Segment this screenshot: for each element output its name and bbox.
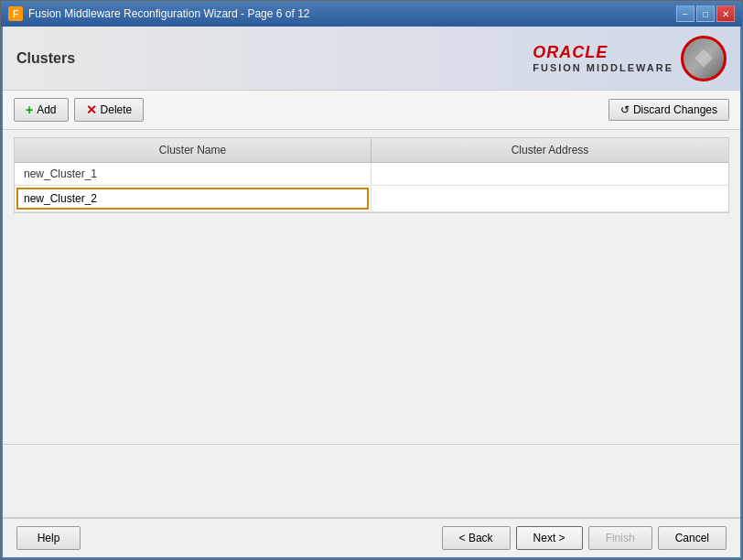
- title-buttons: − □ ✕: [676, 5, 735, 22]
- empty-space: [3, 221, 740, 444]
- oracle-logo: ORACLE FUSION MIDDLEWARE: [533, 36, 727, 81]
- oracle-icon: [681, 36, 727, 81]
- oracle-text: ORACLE: [533, 43, 673, 62]
- oracle-logo-top: ORACLE FUSION MIDDLEWARE: [533, 36, 727, 81]
- discard-icon: ↺: [620, 103, 630, 116]
- page-header: Clusters ORACLE FUSION MIDDLEWARE: [3, 27, 740, 91]
- cluster-address-cell-1: [372, 163, 728, 185]
- lower-area: [3, 444, 740, 517]
- table-row[interactable]: [15, 186, 728, 212]
- table-row[interactable]: new_Cluster_1: [15, 163, 728, 186]
- finish-button[interactable]: Finish: [588, 526, 652, 550]
- discard-changes-button[interactable]: ↺ Discard Changes: [608, 99, 729, 121]
- add-label: Add: [37, 103, 56, 116]
- close-button[interactable]: ✕: [716, 5, 735, 22]
- column-header-name: Cluster Name: [15, 138, 372, 162]
- footer: Help < Back Next > Finish Cancel: [3, 517, 740, 557]
- delete-icon: ✕: [86, 102, 97, 117]
- title-bar-left: F Fusion Middleware Reconfiguration Wiza…: [8, 6, 310, 21]
- oracle-brand-area: ORACLE FUSION MIDDLEWARE: [533, 43, 673, 73]
- cluster-name-cell-1: new_Cluster_1: [15, 163, 372, 185]
- toolbar-left: + Add ✕ Delete: [14, 98, 144, 122]
- cancel-button[interactable]: Cancel: [658, 526, 727, 550]
- column-header-address: Cluster Address: [372, 138, 728, 162]
- add-button[interactable]: + Add: [14, 98, 69, 122]
- title-bar: F Fusion Middleware Reconfiguration Wiza…: [1, 1, 742, 27]
- next-button[interactable]: Next >: [516, 526, 583, 550]
- discard-label: Discard Changes: [633, 103, 717, 116]
- back-button[interactable]: < Back: [442, 526, 511, 550]
- cluster-name-cell-2-editing[interactable]: [15, 186, 372, 211]
- add-icon: +: [26, 102, 33, 117]
- main-area: Cluster Name Cluster Address new_Cluster…: [3, 130, 740, 517]
- restore-button[interactable]: □: [696, 5, 715, 22]
- footer-navigation: < Back Next > Finish Cancel: [442, 526, 727, 550]
- main-window: F Fusion Middleware Reconfiguration Wiza…: [0, 0, 743, 560]
- delete-label: Delete: [101, 103, 133, 116]
- content-area: Clusters ORACLE FUSION MIDDLEWARE + Add: [1, 27, 742, 559]
- cluster-address-cell-2: [372, 186, 728, 211]
- app-icon: F: [8, 6, 23, 21]
- table-header: Cluster Name Cluster Address: [15, 138, 728, 163]
- toolbar: + Add ✕ Delete ↺ Discard Changes: [3, 91, 740, 130]
- fusion-text: FUSION MIDDLEWARE: [533, 62, 673, 73]
- clusters-table: Cluster Name Cluster Address new_Cluster…: [14, 137, 729, 213]
- page-title: Clusters: [16, 50, 75, 67]
- delete-button[interactable]: ✕ Delete: [74, 98, 145, 122]
- help-button[interactable]: Help: [16, 526, 81, 550]
- window-title: Fusion Middleware Reconfiguration Wizard…: [28, 7, 310, 20]
- cluster-name-input[interactable]: [16, 188, 369, 210]
- minimize-button[interactable]: −: [676, 5, 695, 22]
